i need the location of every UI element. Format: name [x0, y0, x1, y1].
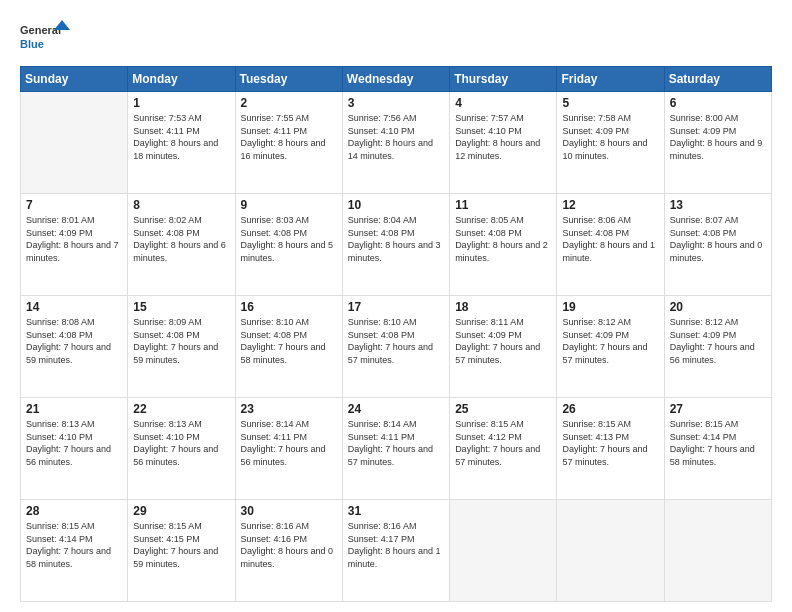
day-number: 21	[26, 402, 122, 416]
calendar-cell	[557, 500, 664, 602]
cell-info: Sunrise: 8:15 AM Sunset: 4:12 PM Dayligh…	[455, 418, 551, 468]
day-number: 8	[133, 198, 229, 212]
day-number: 18	[455, 300, 551, 314]
calendar-cell: 24 Sunrise: 8:14 AM Sunset: 4:11 PM Dayl…	[342, 398, 449, 500]
calendar-cell: 21 Sunrise: 8:13 AM Sunset: 4:10 PM Dayl…	[21, 398, 128, 500]
calendar-table: SundayMondayTuesdayWednesdayThursdayFrid…	[20, 66, 772, 602]
calendar-cell: 3 Sunrise: 7:56 AM Sunset: 4:10 PM Dayli…	[342, 92, 449, 194]
calendar-header-row: SundayMondayTuesdayWednesdayThursdayFrid…	[21, 67, 772, 92]
day-number: 31	[348, 504, 444, 518]
calendar-cell: 14 Sunrise: 8:08 AM Sunset: 4:08 PM Dayl…	[21, 296, 128, 398]
calendar-cell: 31 Sunrise: 8:16 AM Sunset: 4:17 PM Dayl…	[342, 500, 449, 602]
calendar-cell: 6 Sunrise: 8:00 AM Sunset: 4:09 PM Dayli…	[664, 92, 771, 194]
cell-info: Sunrise: 8:14 AM Sunset: 4:11 PM Dayligh…	[241, 418, 337, 468]
calendar-cell: 9 Sunrise: 8:03 AM Sunset: 4:08 PM Dayli…	[235, 194, 342, 296]
calendar-cell: 19 Sunrise: 8:12 AM Sunset: 4:09 PM Dayl…	[557, 296, 664, 398]
logo: General Blue	[20, 18, 70, 56]
page: General Blue SundayMondayTuesdayWednesda…	[0, 0, 792, 612]
cell-info: Sunrise: 8:04 AM Sunset: 4:08 PM Dayligh…	[348, 214, 444, 264]
cell-info: Sunrise: 8:05 AM Sunset: 4:08 PM Dayligh…	[455, 214, 551, 264]
calendar-weekday-monday: Monday	[128, 67, 235, 92]
calendar-cell: 28 Sunrise: 8:15 AM Sunset: 4:14 PM Dayl…	[21, 500, 128, 602]
day-number: 12	[562, 198, 658, 212]
cell-info: Sunrise: 8:15 AM Sunset: 4:14 PM Dayligh…	[26, 520, 122, 570]
cell-info: Sunrise: 8:12 AM Sunset: 4:09 PM Dayligh…	[562, 316, 658, 366]
calendar-cell: 20 Sunrise: 8:12 AM Sunset: 4:09 PM Dayl…	[664, 296, 771, 398]
day-number: 14	[26, 300, 122, 314]
calendar-cell: 17 Sunrise: 8:10 AM Sunset: 4:08 PM Dayl…	[342, 296, 449, 398]
cell-info: Sunrise: 8:14 AM Sunset: 4:11 PM Dayligh…	[348, 418, 444, 468]
calendar-weekday-saturday: Saturday	[664, 67, 771, 92]
day-number: 27	[670, 402, 766, 416]
calendar-week-1: 1 Sunrise: 7:53 AM Sunset: 4:11 PM Dayli…	[21, 92, 772, 194]
calendar-cell	[664, 500, 771, 602]
calendar-cell: 30 Sunrise: 8:16 AM Sunset: 4:16 PM Dayl…	[235, 500, 342, 602]
day-number: 16	[241, 300, 337, 314]
calendar-cell: 13 Sunrise: 8:07 AM Sunset: 4:08 PM Dayl…	[664, 194, 771, 296]
cell-info: Sunrise: 8:13 AM Sunset: 4:10 PM Dayligh…	[26, 418, 122, 468]
calendar-cell: 5 Sunrise: 7:58 AM Sunset: 4:09 PM Dayli…	[557, 92, 664, 194]
day-number: 28	[26, 504, 122, 518]
calendar-week-3: 14 Sunrise: 8:08 AM Sunset: 4:08 PM Dayl…	[21, 296, 772, 398]
calendar-weekday-friday: Friday	[557, 67, 664, 92]
calendar-cell: 8 Sunrise: 8:02 AM Sunset: 4:08 PM Dayli…	[128, 194, 235, 296]
logo-svg: General Blue	[20, 18, 70, 56]
calendar-weekday-tuesday: Tuesday	[235, 67, 342, 92]
cell-info: Sunrise: 7:53 AM Sunset: 4:11 PM Dayligh…	[133, 112, 229, 162]
day-number: 20	[670, 300, 766, 314]
cell-info: Sunrise: 8:00 AM Sunset: 4:09 PM Dayligh…	[670, 112, 766, 162]
cell-info: Sunrise: 8:10 AM Sunset: 4:08 PM Dayligh…	[348, 316, 444, 366]
day-number: 17	[348, 300, 444, 314]
calendar-cell: 15 Sunrise: 8:09 AM Sunset: 4:08 PM Dayl…	[128, 296, 235, 398]
cell-info: Sunrise: 8:08 AM Sunset: 4:08 PM Dayligh…	[26, 316, 122, 366]
day-number: 2	[241, 96, 337, 110]
day-number: 24	[348, 402, 444, 416]
cell-info: Sunrise: 8:01 AM Sunset: 4:09 PM Dayligh…	[26, 214, 122, 264]
calendar-cell: 18 Sunrise: 8:11 AM Sunset: 4:09 PM Dayl…	[450, 296, 557, 398]
day-number: 5	[562, 96, 658, 110]
cell-info: Sunrise: 7:55 AM Sunset: 4:11 PM Dayligh…	[241, 112, 337, 162]
day-number: 23	[241, 402, 337, 416]
cell-info: Sunrise: 8:09 AM Sunset: 4:08 PM Dayligh…	[133, 316, 229, 366]
day-number: 19	[562, 300, 658, 314]
calendar-cell: 27 Sunrise: 8:15 AM Sunset: 4:14 PM Dayl…	[664, 398, 771, 500]
calendar-cell	[21, 92, 128, 194]
calendar-cell: 25 Sunrise: 8:15 AM Sunset: 4:12 PM Dayl…	[450, 398, 557, 500]
cell-info: Sunrise: 8:03 AM Sunset: 4:08 PM Dayligh…	[241, 214, 337, 264]
calendar-cell: 7 Sunrise: 8:01 AM Sunset: 4:09 PM Dayli…	[21, 194, 128, 296]
day-number: 25	[455, 402, 551, 416]
cell-info: Sunrise: 8:10 AM Sunset: 4:08 PM Dayligh…	[241, 316, 337, 366]
cell-info: Sunrise: 7:58 AM Sunset: 4:09 PM Dayligh…	[562, 112, 658, 162]
cell-info: Sunrise: 8:02 AM Sunset: 4:08 PM Dayligh…	[133, 214, 229, 264]
header: General Blue	[20, 18, 772, 56]
calendar-cell: 26 Sunrise: 8:15 AM Sunset: 4:13 PM Dayl…	[557, 398, 664, 500]
day-number: 9	[241, 198, 337, 212]
calendar-cell: 4 Sunrise: 7:57 AM Sunset: 4:10 PM Dayli…	[450, 92, 557, 194]
calendar-cell: 12 Sunrise: 8:06 AM Sunset: 4:08 PM Dayl…	[557, 194, 664, 296]
day-number: 4	[455, 96, 551, 110]
day-number: 11	[455, 198, 551, 212]
calendar-weekday-thursday: Thursday	[450, 67, 557, 92]
calendar-cell: 29 Sunrise: 8:15 AM Sunset: 4:15 PM Dayl…	[128, 500, 235, 602]
cell-info: Sunrise: 8:11 AM Sunset: 4:09 PM Dayligh…	[455, 316, 551, 366]
cell-info: Sunrise: 8:06 AM Sunset: 4:08 PM Dayligh…	[562, 214, 658, 264]
calendar-cell: 23 Sunrise: 8:14 AM Sunset: 4:11 PM Dayl…	[235, 398, 342, 500]
svg-text:Blue: Blue	[20, 38, 44, 50]
cell-info: Sunrise: 7:56 AM Sunset: 4:10 PM Dayligh…	[348, 112, 444, 162]
calendar-cell: 16 Sunrise: 8:10 AM Sunset: 4:08 PM Dayl…	[235, 296, 342, 398]
day-number: 15	[133, 300, 229, 314]
calendar-week-2: 7 Sunrise: 8:01 AM Sunset: 4:09 PM Dayli…	[21, 194, 772, 296]
day-number: 22	[133, 402, 229, 416]
day-number: 3	[348, 96, 444, 110]
calendar-cell: 10 Sunrise: 8:04 AM Sunset: 4:08 PM Dayl…	[342, 194, 449, 296]
cell-info: Sunrise: 8:07 AM Sunset: 4:08 PM Dayligh…	[670, 214, 766, 264]
day-number: 30	[241, 504, 337, 518]
calendar-cell: 2 Sunrise: 7:55 AM Sunset: 4:11 PM Dayli…	[235, 92, 342, 194]
cell-info: Sunrise: 8:16 AM Sunset: 4:16 PM Dayligh…	[241, 520, 337, 570]
calendar-cell: 11 Sunrise: 8:05 AM Sunset: 4:08 PM Dayl…	[450, 194, 557, 296]
day-number: 6	[670, 96, 766, 110]
cell-info: Sunrise: 8:15 AM Sunset: 4:15 PM Dayligh…	[133, 520, 229, 570]
calendar-cell: 1 Sunrise: 7:53 AM Sunset: 4:11 PM Dayli…	[128, 92, 235, 194]
calendar-weekday-wednesday: Wednesday	[342, 67, 449, 92]
calendar-cell	[450, 500, 557, 602]
